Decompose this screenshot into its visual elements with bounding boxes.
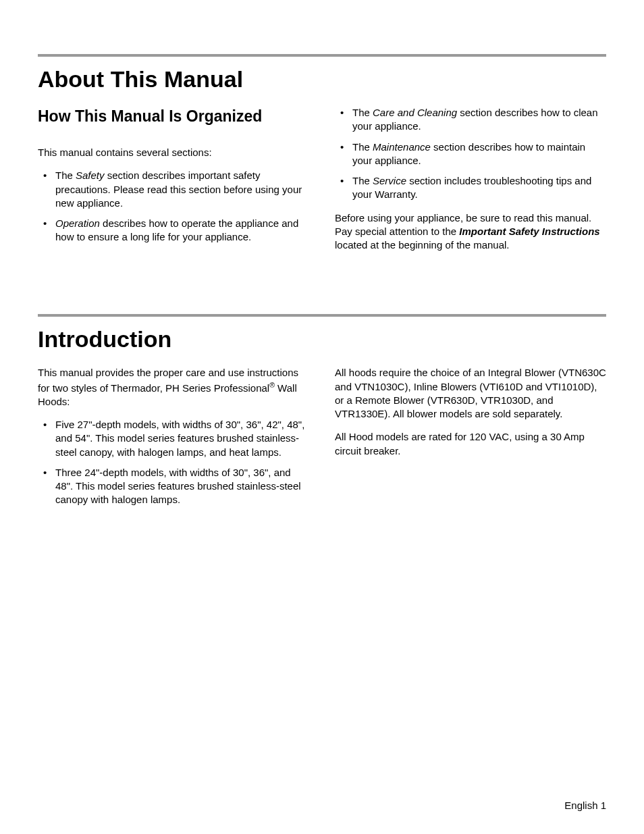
about-bullets-right: The Care and Cleaning section describes …: [335, 106, 606, 202]
list-item: The Service section includes troubleshoo…: [335, 174, 606, 202]
about-col-right: The Care and Cleaning section describes …: [335, 106, 606, 261]
page-footer: English 1: [564, 800, 606, 811]
about-bullets-left: The Safety section describes important s…: [38, 169, 309, 244]
intro-col-right: All hoods require the choice of an Integ…: [335, 366, 606, 516]
about-intro: This manual contains several sections:: [38, 146, 309, 159]
intro-paragraph: This manual provides the proper care and…: [38, 366, 309, 409]
list-item: The Safety section describes important s…: [38, 169, 309, 210]
intro-bullets: Five 27"-depth models, with widths of 30…: [38, 418, 309, 507]
list-item: Three 24"-depth models, with widths of 3…: [38, 466, 309, 507]
about-closing: Before using your appliance, be sure to …: [335, 211, 606, 253]
about-columns: How This Manual Is Organized This manual…: [38, 106, 606, 261]
intro-right-p2: All Hood models are rated for 120 VAC, u…: [335, 430, 606, 458]
section-heading-about: About This Manual: [38, 66, 606, 93]
list-item: The Care and Cleaning section describes …: [335, 106, 606, 134]
section-divider: [38, 54, 606, 57]
section-divider: [38, 314, 606, 317]
list-item: The Maintenance section describes how to…: [335, 140, 606, 168]
list-item: Operation describes how to operate the a…: [38, 217, 309, 244]
intro-right-p1: All hoods require the choice of an Integ…: [335, 366, 606, 421]
subheading-organized: How This Manual Is Organized: [38, 106, 309, 127]
section-heading-intro: Introduction: [38, 326, 606, 353]
about-col-left: How This Manual Is Organized This manual…: [38, 106, 309, 261]
list-item: Five 27"-depth models, with widths of 30…: [38, 418, 309, 459]
intro-columns: This manual provides the proper care and…: [38, 366, 606, 516]
intro-col-left: This manual provides the proper care and…: [38, 366, 309, 516]
